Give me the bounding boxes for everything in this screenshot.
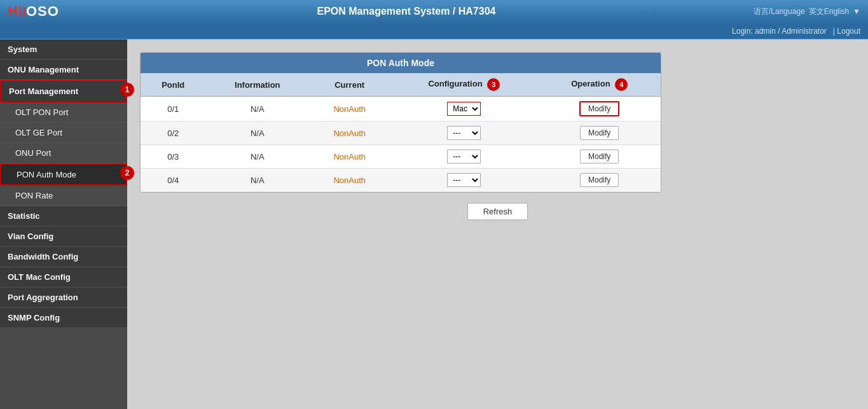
cell-current: NonAuth	[309, 121, 390, 145]
sidebar: System ONU Management Port Management 1 …	[0, 39, 127, 409]
language-value: 英文English	[809, 6, 849, 17]
sidebar-item-olt-mac-config[interactable]: OLT Mac Config	[0, 267, 127, 288]
sidebar-item-label: OLT GE Port	[15, 128, 62, 137]
cell-information: N/A	[205, 145, 309, 169]
cell-ponid: 0/1	[141, 97, 205, 121]
sidebar-item-pon-rate[interactable]: PON Rate	[0, 186, 127, 206]
config-select-4[interactable]: --- Mac Loid	[447, 173, 481, 187]
table-header-row: PonId Information Current Configuration …	[141, 73, 661, 97]
sidebar-item-label: Bandwidth Config	[8, 252, 78, 261]
sidebar-item-label: OLT Mac Config	[8, 272, 71, 282]
col-header-current: Current	[309, 73, 390, 97]
cell-configuration[interactable]: --- Mac Loid	[390, 145, 538, 169]
cell-configuration[interactable]: --- Mac Loid	[390, 121, 538, 145]
col-header-operation: Operation 4	[538, 73, 661, 97]
cell-operation[interactable]: Modify	[538, 145, 661, 169]
sidebar-item-label: Port Management	[9, 87, 78, 96]
sidebar-item-statistic[interactable]: Statistic	[0, 206, 127, 226]
cell-ponid: 0/2	[141, 121, 205, 145]
annotation-3: 3	[487, 78, 500, 91]
login-bar: Login: admin / Administrator | Logout	[0, 23, 868, 39]
config-select-1[interactable]: Mac Loid ---	[447, 102, 481, 116]
sidebar-item-label: PON Auth Mode	[17, 170, 76, 179]
col-header-information: Information	[205, 73, 309, 97]
sidebar-item-label: PON Rate	[15, 191, 53, 200]
cell-information: N/A	[205, 97, 309, 121]
config-select-2[interactable]: --- Mac Loid	[447, 126, 481, 140]
cell-operation[interactable]: Modify	[538, 169, 661, 192]
cell-ponid: 0/4	[141, 169, 205, 192]
cell-information: N/A	[205, 121, 309, 145]
sidebar-item-port-management-wrapper: Port Management 1	[0, 80, 127, 102]
sidebar-item-label: OLT PON Port	[15, 107, 68, 117]
table-row: 0/4 N/A NonAuth --- Mac Loid Modify	[141, 169, 661, 192]
content-area: PON Auth Mode PonId Information Current …	[127, 39, 868, 409]
modify-button-3[interactable]: Modify	[580, 149, 619, 163]
table-title: PON Auth Mode	[141, 53, 661, 73]
modify-button-1[interactable]: Modify	[579, 101, 619, 116]
chevron-down-icon: ▼	[853, 7, 860, 16]
pon-auth-mode-table: PonId Information Current Configuration …	[141, 73, 661, 192]
cell-configuration[interactable]: Mac Loid ---	[390, 97, 538, 121]
logout-link[interactable]: | Logout	[833, 27, 860, 36]
sidebar-item-vlan-config[interactable]: Vlan Config	[0, 226, 127, 247]
login-info: Login: admin / Administrator	[732, 27, 827, 36]
sidebar-item-pon-auth-mode-wrapper: PON Auth Mode 2	[0, 163, 127, 186]
header-top: HiOSO EPON Management System / HA7304 语言…	[0, 0, 868, 23]
language-label: 语言/Language	[754, 6, 805, 17]
cell-information: N/A	[205, 169, 309, 192]
cell-ponid: 0/3	[141, 145, 205, 169]
sidebar-item-label: Statistic	[8, 211, 40, 221]
modify-button-2[interactable]: Modify	[580, 126, 619, 140]
refresh-button[interactable]: Refresh	[467, 203, 528, 220]
language-selector[interactable]: 语言/Language 英文English ▼	[754, 6, 860, 17]
cell-operation[interactable]: Modify	[538, 121, 661, 145]
sidebar-item-port-management[interactable]: Port Management	[0, 80, 127, 102]
logo-text: HiOSO	[8, 3, 59, 20]
annotation-2: 2	[120, 166, 134, 180]
cell-current: NonAuth	[309, 97, 390, 121]
sidebar-item-onu-management[interactable]: ONU Management	[0, 60, 127, 80]
sidebar-item-port-aggregration[interactable]: Port Aggregration	[0, 288, 127, 308]
sidebar-item-label: ONU Management	[8, 65, 79, 74]
sidebar-item-system[interactable]: System	[0, 39, 127, 60]
table-row: 0/3 N/A NonAuth --- Mac Loid Modify	[141, 145, 661, 169]
cell-current: NonAuth	[309, 169, 390, 192]
sidebar-item-snmp-config[interactable]: SNMP Config	[0, 308, 127, 328]
sidebar-item-olt-ge-port[interactable]: OLT GE Port	[0, 123, 127, 143]
logo: HiOSO	[8, 3, 59, 20]
sidebar-item-pon-auth-mode[interactable]: PON Auth Mode	[0, 163, 127, 186]
config-select-3[interactable]: --- Mac Loid	[447, 149, 481, 163]
table-row: 0/1 N/A NonAuth Mac Loid --- Modify	[141, 97, 661, 121]
pon-auth-mode-table-container: PON Auth Mode PonId Information Current …	[140, 52, 661, 193]
sidebar-item-label: SNMP Config	[8, 313, 60, 322]
table-row: 0/2 N/A NonAuth --- Mac Loid Modify	[141, 121, 661, 145]
sidebar-item-olt-pon-port[interactable]: OLT PON Port	[0, 102, 127, 123]
sidebar-item-label: ONU Port	[15, 148, 51, 158]
sidebar-item-label: Vlan Config	[8, 232, 53, 241]
col-header-ponid: PonId	[141, 73, 205, 97]
annotation-4: 4	[615, 78, 628, 91]
sidebar-item-onu-port[interactable]: ONU Port	[0, 143, 127, 163]
page-title: EPON Management System / HA7304	[59, 6, 754, 17]
sidebar-item-bandwidth-config[interactable]: Bandwidth Config	[0, 247, 127, 267]
annotation-1: 1	[120, 83, 134, 97]
main-layout: System ONU Management Port Management 1 …	[0, 39, 868, 409]
sidebar-item-label: Port Aggregration	[8, 293, 78, 302]
refresh-container: Refresh	[140, 193, 855, 230]
col-header-configuration: Configuration 3	[390, 73, 538, 97]
cell-current: NonAuth	[309, 145, 390, 169]
modify-button-4[interactable]: Modify	[580, 173, 619, 187]
sidebar-item-label: System	[8, 45, 37, 54]
cell-configuration[interactable]: --- Mac Loid	[390, 169, 538, 192]
cell-operation[interactable]: Modify	[538, 97, 661, 121]
